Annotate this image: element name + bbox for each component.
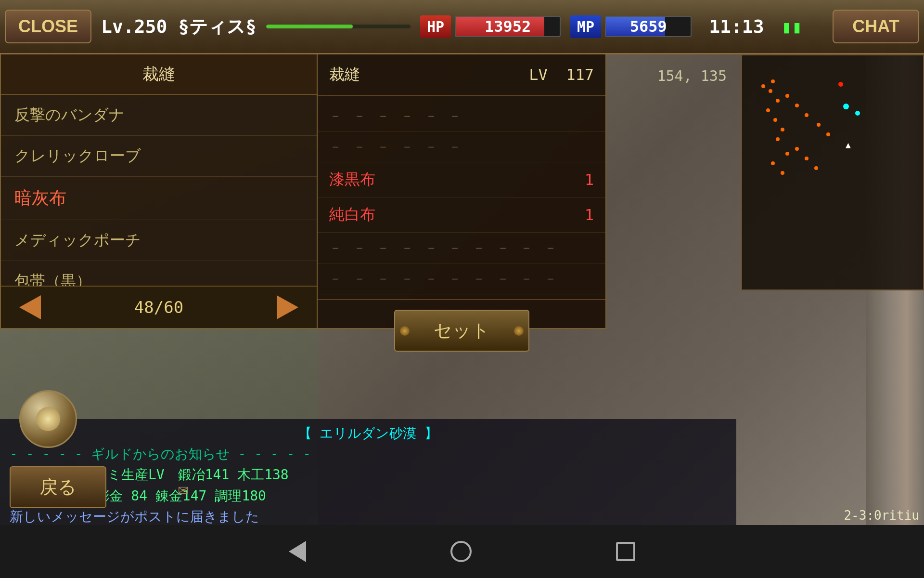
chat-line: 裁縫141 彫金 84 錬金147 調理180 [10, 486, 727, 505]
android-recent-button[interactable] [616, 542, 635, 561]
chat-button[interactable]: CHAT [833, 10, 919, 43]
map-dot [826, 132, 830, 136]
map-dot [769, 89, 772, 93]
android-home-button[interactable] [450, 541, 472, 562]
hp-bar-wrapper: 13952 [455, 16, 561, 37]
ingredient-row: － － － － － － [318, 131, 605, 162]
next-arrow-icon [277, 295, 298, 319]
hp-value: 13952 [485, 17, 531, 36]
page-count: 48/60 [134, 298, 183, 317]
back-triangle-icon [289, 541, 306, 562]
battery-icon: ▮▮ [782, 17, 802, 37]
list-item[interactable]: メディックポーチ [1, 220, 317, 261]
map-dot [776, 99, 780, 103]
recipe-header: 裁縫 LV 117 [318, 54, 605, 96]
ingredient-count: 1 [585, 206, 594, 224]
ingredient-dashes: － － － － － － [329, 107, 463, 124]
map-dot [781, 171, 784, 175]
home-circle-icon [450, 541, 472, 562]
map-dot [766, 108, 770, 112]
map-dot [785, 94, 789, 98]
map-dot [817, 123, 821, 127]
ingredient-dashes: － － － － － － － － － － [329, 270, 559, 287]
ingredient-row: － － － － － － － － － － [318, 233, 605, 263]
map-dot-red [838, 82, 843, 87]
dpad-center [36, 407, 60, 431]
craft-panel-title: 裁縫 [1, 54, 317, 95]
character-info: Lv.250 §ティス§ HP 13952 MP 5659 11:13 [91, 14, 833, 39]
android-back-button[interactable] [289, 541, 306, 562]
dpad-joystick[interactable] [19, 390, 77, 448]
recipe-ingredients: － － － － － － － － － － － － 漆黒布 1 純白布 1 － － … [318, 96, 605, 299]
map-dot [771, 79, 775, 83]
hp-section: HP 13952 [420, 15, 561, 38]
player-marker: ▲ [846, 140, 851, 150]
craft-list-panel: 裁縫 反撃のバンダナ クレリックローブ 暗灰布 メディックポーチ 包帯（黒） 4… [0, 54, 318, 329]
close-button[interactable]: CLOSE [5, 10, 91, 43]
mail-icon[interactable]: ✉ [178, 479, 189, 499]
exp-bar-container [266, 25, 411, 28]
recipe-detail-panel: 裁縫 LV 117 － － － － － － － － － － － － 漆黒布 1 … [318, 54, 606, 329]
header-bar: CLOSE Lv.250 §ティス§ HP 13952 MP 5659 [0, 0, 924, 54]
prev-page-button[interactable] [15, 295, 44, 319]
set-button[interactable]: セット [394, 310, 529, 352]
prev-arrow-icon [19, 295, 41, 319]
time-display: 11:13 [709, 16, 764, 37]
hp-label: HP [420, 15, 451, 38]
recent-square-icon [616, 542, 635, 561]
chat-line: 【 エリルダン砂漠 】 [10, 424, 727, 443]
ingredient-row-required: 漆黒布 1 [318, 162, 605, 197]
map-dot [773, 118, 777, 122]
map-dot [814, 166, 818, 170]
map-dot [781, 128, 784, 131]
map-dot [785, 152, 789, 156]
map-dot-cyan [855, 111, 860, 116]
mp-section: MP 5659 [570, 15, 692, 38]
chat-area: 【 エリルダン砂漠 】 - - - - - ギルドからのお知らせ - - - -… [0, 419, 736, 525]
ingredient-row: － － － － － － － － － － [318, 263, 605, 294]
map-dot [776, 137, 780, 141]
mp-label: MP [570, 15, 601, 38]
ingredient-row-required: 純白布 1 [318, 197, 605, 233]
recipe-level: LV 117 [529, 66, 594, 84]
mp-bar-wrapper: 5659 [605, 16, 692, 37]
map-dot [795, 104, 799, 107]
mp-value: 5659 [630, 17, 667, 36]
chat-line: - - - - - ギルドからのお知らせ - - - - - [10, 445, 727, 463]
list-item[interactable]: クレリックローブ [1, 136, 317, 177]
android-nav-bar [0, 525, 924, 578]
chat-line: 新しいメッセージがポストに届きました [10, 507, 727, 526]
ingredient-dashes: － － － － － － [329, 138, 463, 155]
char-level: Lv.250 §ティス§ [101, 14, 257, 39]
map-dot [805, 113, 808, 117]
map-dot-cyan [843, 104, 849, 109]
list-item[interactable]: 暗灰布 [1, 177, 317, 220]
exp-bar [266, 25, 353, 28]
map-dot [805, 157, 808, 160]
list-item[interactable]: 反撃のバンダナ [1, 95, 317, 136]
mini-map: ▲ [741, 54, 924, 290]
list-footer: 48/60 [1, 286, 317, 328]
back-btn-area: 戻る [10, 466, 106, 508]
map-dot [795, 147, 799, 151]
recipe-title: 裁縫 [329, 64, 360, 85]
ingredient-name: 漆黒布 [329, 169, 375, 190]
chat-line: ティスのアルケミ生産LV 鍛冶141 木工138 [10, 465, 727, 484]
map-zone-label: 2-3:0ritiu [844, 508, 919, 523]
map-dot [771, 161, 775, 165]
ingredient-dashes: － － － － － － － － － － [329, 239, 559, 256]
dpad-area[interactable] [19, 390, 77, 448]
back-button[interactable]: 戻る [10, 466, 106, 508]
map-dot [761, 84, 765, 88]
next-page-button[interactable] [273, 295, 302, 319]
list-item[interactable]: 包帯（黒） [1, 261, 317, 286]
ingredient-name: 純白布 [329, 204, 375, 225]
ingredient-count: 1 [585, 171, 594, 189]
craft-list: 反撃のバンダナ クレリックローブ 暗灰布 メディックポーチ 包帯（黒） [1, 95, 317, 286]
coordinates-display: 154, 135 [648, 63, 737, 89]
set-btn-row: セット [318, 299, 605, 361]
ingredient-row: － － － － － － [318, 101, 605, 131]
